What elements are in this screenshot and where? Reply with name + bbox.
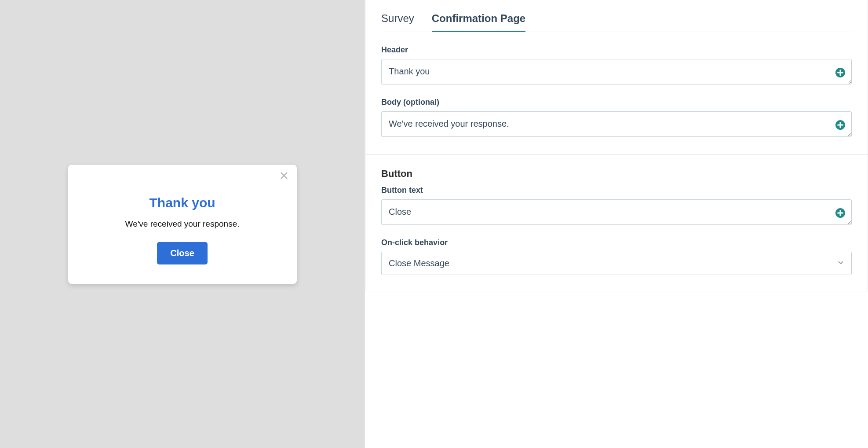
- tab-survey[interactable]: Survey: [381, 12, 414, 32]
- plus-circle-icon[interactable]: [835, 120, 846, 130]
- plus-circle-icon[interactable]: [835, 208, 846, 218]
- preview-body: We've received your response.: [81, 219, 284, 229]
- preview-pane: Thank you We've received your response. …: [0, 0, 365, 448]
- body-input[interactable]: [381, 111, 852, 137]
- close-icon[interactable]: [279, 171, 289, 180]
- onclick-select[interactable]: Close Message: [381, 252, 852, 275]
- onclick-label: On-click behavior: [381, 238, 852, 247]
- preview-close-button[interactable]: Close: [157, 242, 207, 264]
- field-header: Header: [381, 45, 852, 86]
- editor-tabs: Survey Confirmation Page: [381, 0, 852, 32]
- plus-circle-icon[interactable]: [835, 67, 846, 78]
- header-label: Header: [381, 45, 852, 55]
- tab-confirmation-page[interactable]: Confirmation Page: [432, 12, 525, 32]
- body-label: Body (optional): [381, 98, 852, 107]
- field-onclick-behavior: On-click behavior Close Message: [381, 238, 852, 275]
- editor-pane: Survey Confirmation Page Header: [365, 0, 868, 448]
- preview-modal: Thank you We've received your response. …: [68, 165, 297, 284]
- field-body: Body (optional): [381, 98, 852, 139]
- section-content: Header Body (optional): [365, 32, 868, 154]
- field-button-text: Button text: [381, 186, 852, 227]
- header-input[interactable]: [381, 59, 852, 84]
- section-button: Button Button text: [365, 154, 868, 291]
- button-text-label: Button text: [381, 186, 852, 195]
- button-text-input[interactable]: [381, 199, 852, 225]
- button-section-title: Button: [381, 168, 852, 180]
- preview-header: Thank you: [81, 195, 284, 210]
